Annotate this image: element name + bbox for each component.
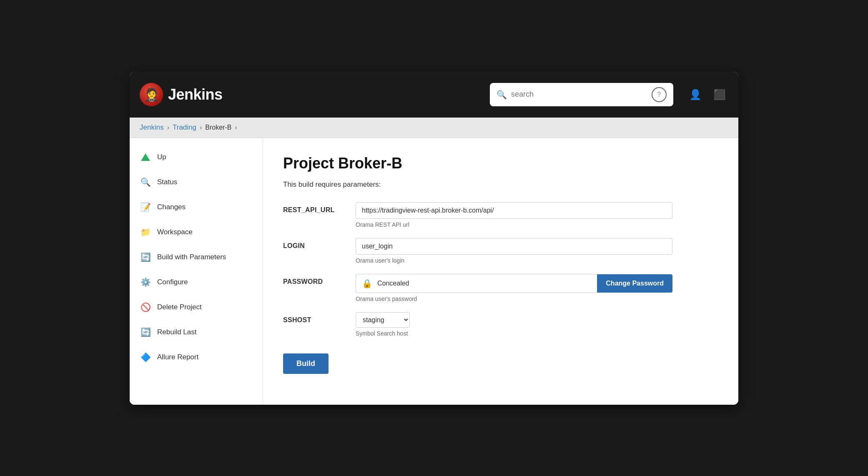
header: 🤵 Jenkins 🔍 ? 👤 ⬛: [130, 72, 738, 118]
app-title: Jenkins: [168, 86, 223, 103]
sidebar-label-changes: Changes: [157, 203, 186, 211]
allure-icon: 🔷: [140, 351, 151, 363]
password-hint: Orama user's password: [356, 296, 672, 302]
status-icon: 🔍: [140, 176, 151, 188]
sidebar-label-workspace: Workspace: [157, 228, 193, 236]
breadcrumb-jenkins[interactable]: Jenkins: [140, 123, 164, 132]
change-password-button[interactable]: Change Password: [597, 274, 672, 293]
logo-area: 🤵 Jenkins: [140, 83, 223, 106]
help-button[interactable]: ?: [652, 87, 667, 102]
sshost-hint: Symbol Search host: [356, 330, 672, 337]
sshost-label: SSHOST: [283, 312, 346, 324]
login-input[interactable]: [356, 238, 672, 255]
sidebar-label-rebuild: Rebuild Last: [157, 328, 197, 336]
sidebar-item-rebuild-last[interactable]: 🔄 Rebuild Last: [130, 320, 263, 345]
sidebar: Up 🔍 Status 📝 Changes 📁 Workspace 🔄 Buil…: [130, 138, 263, 405]
sidebar-item-changes[interactable]: 📝 Changes: [130, 195, 263, 220]
sidebar-label-configure: Configure: [157, 278, 188, 286]
lock-icon: 🔒: [362, 278, 372, 288]
build-button[interactable]: Build: [283, 353, 329, 374]
sidebar-item-build-with-params[interactable]: 🔄 Build with Parameters: [130, 245, 263, 270]
password-input-wrap: 🔒 Concealed Change Password: [356, 274, 672, 293]
sshost-field-wrap: staging production dev Symbol Search hos…: [356, 312, 672, 337]
login-field-wrap: Orama user's login: [356, 238, 672, 264]
rest-api-url-field-wrap: Orama REST API url: [356, 202, 672, 228]
delete-icon: 🚫: [140, 301, 151, 313]
jenkins-logo: 🤵: [140, 83, 163, 106]
sidebar-label-allure: Allure Report: [157, 353, 198, 361]
changes-icon: 📝: [140, 201, 151, 213]
logout-icon[interactable]: ⬛: [711, 86, 728, 103]
rest-api-url-hint: Orama REST API url: [356, 221, 672, 228]
password-display: 🔒 Concealed: [356, 274, 597, 293]
sidebar-item-up[interactable]: Up: [130, 145, 263, 170]
search-icon: 🔍: [497, 90, 507, 100]
header-icons: 👤 ⬛: [687, 86, 728, 103]
workspace-icon: 📁: [140, 226, 151, 238]
rebuild-icon: 🔄: [140, 326, 151, 338]
breadcrumb: Jenkins › Trading › Broker-B ›: [130, 118, 738, 138]
sidebar-item-allure-report[interactable]: 🔷 Allure Report: [130, 345, 263, 370]
sidebar-label-build-with-params: Build with Parameters: [157, 253, 226, 261]
sidebar-item-configure[interactable]: ⚙️ Configure: [130, 270, 263, 295]
configure-icon: ⚙️: [140, 276, 151, 288]
search-bar: 🔍 ?: [490, 83, 673, 106]
sidebar-label-status: Status: [157, 178, 177, 186]
concealed-text: Concealed: [377, 280, 409, 287]
sidebar-item-delete-project[interactable]: 🚫 Delete Project: [130, 295, 263, 320]
password-label: PASSWORD: [283, 274, 346, 286]
rest-api-url-input[interactable]: [356, 202, 672, 219]
breadcrumb-current: Broker-B: [205, 124, 231, 131]
sidebar-item-status[interactable]: 🔍 Status: [130, 170, 263, 195]
sidebar-label-up: Up: [157, 153, 166, 161]
form-row-login: LOGIN Orama user's login: [283, 238, 718, 264]
form-row-rest-api-url: REST_API_URL Orama REST API url: [283, 202, 718, 228]
search-input[interactable]: [511, 90, 647, 99]
breadcrumb-sep-2: ›: [200, 124, 202, 131]
main-layout: Up 🔍 Status 📝 Changes 📁 Workspace 🔄 Buil…: [130, 138, 738, 405]
sidebar-label-delete: Delete Project: [157, 303, 202, 311]
up-icon: [140, 151, 151, 163]
build-with-params-icon: 🔄: [140, 251, 151, 263]
app-window: 🤵 Jenkins 🔍 ? 👤 ⬛ Jenkins › Trading › Br…: [130, 72, 738, 405]
content-area: Project Broker-B This build requires par…: [263, 138, 738, 405]
form-row-password: PASSWORD 🔒 Concealed Change Password Ora…: [283, 274, 718, 302]
breadcrumb-sep-3: ›: [235, 124, 237, 131]
page-title: Project Broker-B: [283, 155, 718, 172]
breadcrumb-sep-1: ›: [167, 124, 169, 131]
user-icon[interactable]: 👤: [687, 86, 704, 103]
login-hint: Orama user's login: [356, 257, 672, 264]
sidebar-item-workspace[interactable]: 📁 Workspace: [130, 220, 263, 245]
password-field-wrap: 🔒 Concealed Change Password Orama user's…: [356, 274, 672, 302]
breadcrumb-trading[interactable]: Trading: [173, 123, 196, 132]
form-row-sshost: SSHOST staging production dev Symbol Sea…: [283, 312, 718, 337]
build-description: This build requires parameters:: [283, 180, 718, 189]
sshost-select[interactable]: staging production dev: [356, 312, 410, 328]
rest-api-url-label: REST_API_URL: [283, 202, 346, 214]
login-label: LOGIN: [283, 238, 346, 250]
